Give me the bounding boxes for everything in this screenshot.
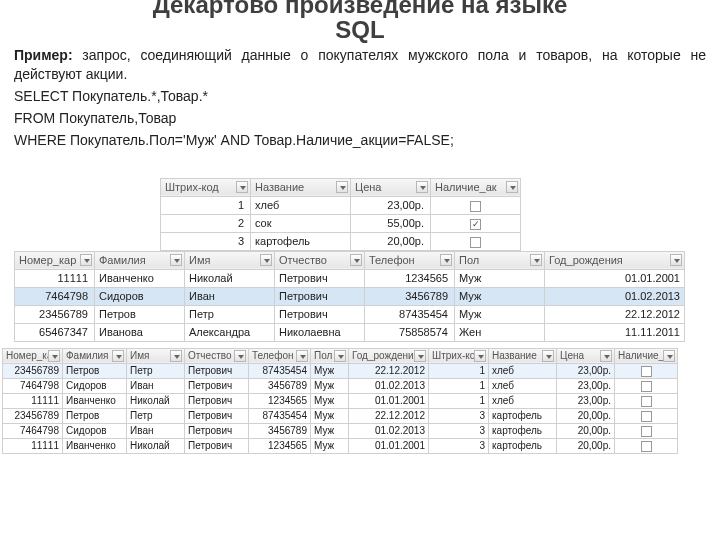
- checkbox-icon[interactable]: [641, 381, 652, 392]
- sql-line-3: WHERE Покупатель.Пол='Муж' AND Товар.Нал…: [14, 131, 706, 150]
- cell: 1: [429, 363, 489, 378]
- column-header[interactable]: Фамилия: [63, 348, 127, 363]
- column-header[interactable]: Цена: [557, 348, 615, 363]
- cell: 65467347: [15, 323, 95, 341]
- column-header-label: Название: [492, 350, 537, 361]
- dropdown-icon[interactable]: [414, 350, 426, 362]
- cell: 22.12.2012: [349, 408, 429, 423]
- column-header-label: Фамилия: [99, 254, 146, 266]
- dropdown-icon[interactable]: [170, 254, 182, 266]
- cell: картофель: [489, 423, 557, 438]
- dropdown-icon[interactable]: [336, 181, 348, 193]
- dropdown-icon[interactable]: [416, 181, 428, 193]
- cell: Сидоров: [63, 423, 127, 438]
- sql-line-1: SELECT Покупатель.*,Товар.*: [14, 87, 706, 106]
- column-header[interactable]: Год_рождения: [349, 348, 429, 363]
- cell: 7464798: [3, 423, 63, 438]
- dropdown-icon[interactable]: [600, 350, 612, 362]
- column-header[interactable]: Название: [251, 178, 351, 196]
- dropdown-icon[interactable]: [260, 254, 272, 266]
- cell: 87435454: [249, 363, 311, 378]
- cell: Муж: [455, 287, 545, 305]
- description-block: Пример: запрос, соединяющий данные о пок…: [0, 46, 720, 149]
- table-row: 65467347ИвановаАлександраНиколаевна75858…: [15, 323, 685, 341]
- cell-checkbox: [615, 438, 678, 453]
- dropdown-icon[interactable]: [670, 254, 682, 266]
- column-header[interactable]: Год_рождения: [545, 251, 685, 269]
- cell: хлеб: [489, 378, 557, 393]
- cell: 20,00р.: [557, 438, 615, 453]
- cell: Петрович: [275, 305, 365, 323]
- checkbox-icon[interactable]: [641, 366, 652, 377]
- cell: 01.02.2013: [545, 287, 685, 305]
- table-row: 23456789ПетровПетрПетрович87435454Муж22.…: [15, 305, 685, 323]
- column-header[interactable]: Штрих-код: [161, 178, 251, 196]
- dropdown-icon[interactable]: [663, 350, 675, 362]
- dropdown-icon[interactable]: [170, 350, 182, 362]
- column-header[interactable]: Название: [489, 348, 557, 363]
- intro-label: Пример:: [14, 47, 73, 63]
- cell: Иванченко: [95, 269, 185, 287]
- cell: 20,00р.: [351, 232, 431, 250]
- dropdown-icon[interactable]: [234, 350, 246, 362]
- column-header[interactable]: Фамилия: [95, 251, 185, 269]
- cell: Петр: [185, 305, 275, 323]
- column-header[interactable]: Имя: [127, 348, 185, 363]
- dropdown-icon[interactable]: [334, 350, 346, 362]
- cell: Муж: [311, 408, 349, 423]
- cell: 23,00р.: [351, 196, 431, 214]
- column-header[interactable]: Наличие_ак: [431, 178, 521, 196]
- column-header[interactable]: Отчество: [275, 251, 365, 269]
- cell: Петрович: [275, 269, 365, 287]
- column-header[interactable]: Номер_кар: [15, 251, 95, 269]
- dropdown-icon[interactable]: [506, 181, 518, 193]
- column-header[interactable]: Пол: [311, 348, 349, 363]
- cell: Иванова: [95, 323, 185, 341]
- column-header[interactable]: Штрих-код: [429, 348, 489, 363]
- dropdown-icon[interactable]: [440, 254, 452, 266]
- cell-checkbox: [431, 232, 521, 250]
- column-header-label: Имя: [130, 350, 149, 361]
- dropdown-icon[interactable]: [530, 254, 542, 266]
- dropdown-icon[interactable]: [542, 350, 554, 362]
- dropdown-icon[interactable]: [474, 350, 486, 362]
- dropdown-icon[interactable]: [80, 254, 92, 266]
- column-header[interactable]: Телефон: [249, 348, 311, 363]
- column-header[interactable]: Телефон: [365, 251, 455, 269]
- dropdown-icon[interactable]: [48, 350, 60, 362]
- dropdown-icon[interactable]: [112, 350, 124, 362]
- checkbox-icon[interactable]: [641, 426, 652, 437]
- column-header-label: Штрих-код: [165, 181, 219, 193]
- column-header-label: Пол: [314, 350, 332, 361]
- cell: Петрович: [185, 438, 249, 453]
- cell: 2: [161, 214, 251, 232]
- checkbox-icon[interactable]: [470, 201, 481, 212]
- cell: 1: [161, 196, 251, 214]
- column-header-label: Номер_кар: [19, 254, 76, 266]
- cell: хлеб: [251, 196, 351, 214]
- cell: 01.02.2013: [349, 378, 429, 393]
- sql-line-2: FROM Покупатель,Товар: [14, 109, 706, 128]
- cell: 01.02.2013: [349, 423, 429, 438]
- checkbox-icon[interactable]: [641, 441, 652, 452]
- cell: 22.12.2012: [545, 305, 685, 323]
- dropdown-icon[interactable]: [236, 181, 248, 193]
- dropdown-icon[interactable]: [350, 254, 362, 266]
- column-header[interactable]: Пол: [455, 251, 545, 269]
- column-header[interactable]: Отчество: [185, 348, 249, 363]
- cell: Иванченко: [63, 393, 127, 408]
- checkbox-icon[interactable]: [470, 237, 481, 248]
- cell: Иван: [127, 378, 185, 393]
- cell: Жен: [455, 323, 545, 341]
- column-header[interactable]: Номер_кар: [3, 348, 63, 363]
- column-header[interactable]: Имя: [185, 251, 275, 269]
- checkbox-icon[interactable]: [470, 219, 481, 230]
- column-header[interactable]: Наличие_ак: [615, 348, 678, 363]
- checkbox-icon[interactable]: [641, 396, 652, 407]
- cell: Петрович: [275, 287, 365, 305]
- checkbox-icon[interactable]: [641, 411, 652, 422]
- dropdown-icon[interactable]: [296, 350, 308, 362]
- cell: Петрович: [185, 393, 249, 408]
- cell: 7464798: [3, 378, 63, 393]
- column-header[interactable]: Цена: [351, 178, 431, 196]
